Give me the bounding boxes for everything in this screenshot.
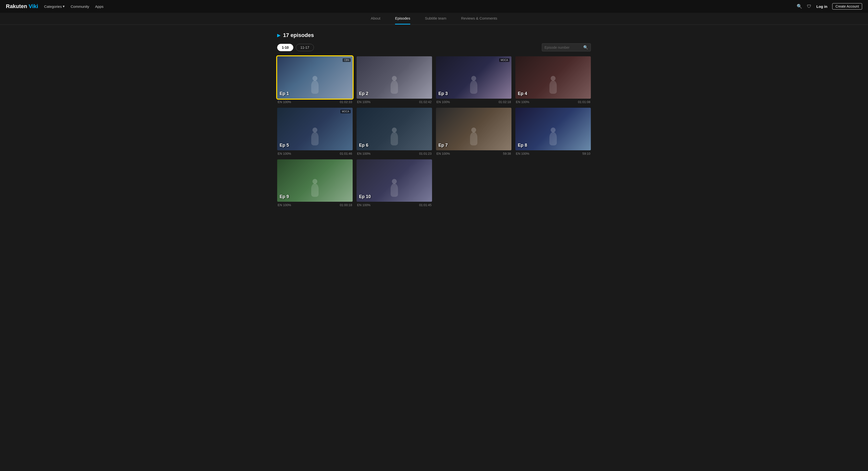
episode-meta-2: EN 100% 01:02:42	[356, 100, 432, 104]
nav-apps[interactable]: Apps	[95, 4, 103, 8]
episode-card-10[interactable]: Ep 10 EN 100% 01:01:45	[356, 159, 432, 207]
page-btn-1-10[interactable]: 1-10	[277, 44, 293, 51]
episode-card-5[interactable]: MOCA Ep 5 EN 100% 01:01:46	[277, 108, 353, 155]
logo-viki: Viki	[29, 3, 38, 9]
search-icon: 🔍	[583, 45, 588, 50]
ep-label-7: Ep 7	[438, 143, 448, 148]
episode-thumb-2[interactable]: Ep 2	[356, 56, 432, 99]
tab-about[interactable]: About	[371, 13, 380, 25]
duration-8: 59:10	[582, 152, 590, 156]
episode-meta-10: EN 100% 01:01:45	[356, 203, 432, 207]
subtitle-pct-2: EN 100%	[357, 100, 371, 104]
duration-9: 01:00:18	[340, 203, 352, 207]
episode-thumb-3[interactable]: MOCA Ep 3	[436, 56, 512, 99]
network-badge: MOCA	[499, 58, 509, 62]
ep-label-10: Ep 10	[359, 194, 371, 199]
nav-community[interactable]: Community	[70, 4, 89, 8]
episode-thumb-6[interactable]: Ep 6	[356, 108, 432, 150]
navbar-links: Categories ▾ Community Apps	[44, 4, 797, 8]
episode-meta-9: EN 100% 01:00:18	[277, 203, 353, 207]
network-badge: CBN	[343, 58, 351, 62]
duration-2: 01:02:42	[419, 100, 432, 104]
ep-label-4: Ep 4	[518, 91, 527, 96]
network-badge: MOCA	[340, 110, 351, 113]
subtitle-pct-3: EN 100%	[436, 100, 450, 104]
ep-label-5: Ep 5	[280, 143, 289, 148]
human-figure	[550, 80, 557, 94]
ep-label-3: Ep 3	[438, 91, 448, 96]
ep-label-1: Ep 1	[280, 91, 289, 96]
page-btn-11-17[interactable]: 11-17	[296, 44, 314, 51]
play-icon: ▶	[277, 33, 281, 38]
human-figure	[311, 132, 318, 145]
duration-6: 01:01:23	[419, 152, 432, 156]
human-figure	[391, 183, 398, 197]
subtitle-pct-6: EN 100%	[357, 152, 371, 156]
episode-thumb-4[interactable]: Ep 4	[515, 56, 591, 99]
tab-subtitle-team[interactable]: Subtitle team	[425, 13, 446, 25]
episode-thumb-9[interactable]: Ep 9	[277, 159, 353, 202]
episode-card-3[interactable]: MOCA Ep 3 EN 100% 01:02:18	[436, 56, 512, 104]
ep-label-9: Ep 9	[280, 194, 289, 199]
subtitle-pct-7: EN 100%	[436, 152, 450, 156]
human-figure	[311, 80, 318, 94]
human-figure	[391, 132, 398, 145]
human-figure	[391, 80, 398, 94]
episode-card-6[interactable]: Ep 6 EN 100% 01:01:23	[356, 108, 432, 155]
episode-meta-4: EN 100% 01:01:08	[515, 100, 591, 104]
controls-row: 1-10 11-17 🔍	[277, 43, 591, 52]
human-figure	[550, 132, 557, 145]
subtitle-pct-5: EN 100%	[278, 152, 291, 156]
logo[interactable]: Rakuten Viki	[6, 3, 38, 9]
episode-card-9[interactable]: Ep 9 EN 100% 01:00:18	[277, 159, 353, 207]
episode-thumb-8[interactable]: Ep 8	[515, 108, 591, 150]
episodes-header: ▶ 17 episodes	[277, 32, 591, 38]
human-figure	[470, 132, 477, 145]
shield-icon[interactable]: 🛡	[807, 4, 811, 9]
duration-10: 01:01:45	[419, 203, 432, 207]
nav-categories[interactable]: Categories ▾	[44, 4, 65, 8]
episode-thumb-10[interactable]: Ep 10	[356, 159, 432, 202]
create-account-button[interactable]: Create Account	[832, 3, 862, 9]
login-button[interactable]: Log in	[816, 4, 827, 8]
human-figure	[311, 183, 318, 197]
episodes-grid: CBN Ep 1 EN 100% 01:02:33 Ep 2 EN 100% 0…	[277, 56, 591, 207]
episode-thumb-5[interactable]: MOCA Ep 5	[277, 108, 353, 150]
duration-5: 01:01:46	[340, 152, 352, 156]
ep-label-6: Ep 6	[359, 143, 368, 148]
episode-card-4[interactable]: Ep 4 EN 100% 01:01:08	[515, 56, 591, 104]
search-icon[interactable]: 🔍	[797, 4, 802, 9]
ep-label-8: Ep 8	[518, 143, 527, 148]
episode-thumb-7[interactable]: Ep 7	[436, 108, 512, 150]
pagination-buttons: 1-10 11-17	[277, 44, 314, 51]
navbar: Rakuten Viki Categories ▾ Community Apps…	[0, 0, 868, 13]
subtitle-pct-1: EN 100%	[278, 100, 291, 104]
episode-card-7[interactable]: Ep 7 EN 100% 59:38	[436, 108, 512, 155]
episode-search-input[interactable]	[545, 45, 581, 49]
main-content: ▶ 17 episodes 1-10 11-17 🔍 CBN Ep 1 EN 1…	[262, 25, 606, 214]
episode-meta-5: EN 100% 01:01:46	[277, 152, 353, 156]
episode-card-1[interactable]: CBN Ep 1 EN 100% 01:02:33	[277, 56, 353, 104]
subtitle-pct-8: EN 100%	[516, 152, 529, 156]
subtitle-pct-4: EN 100%	[516, 100, 529, 104]
episode-meta-8: EN 100% 59:10	[515, 152, 591, 156]
episode-meta-1: EN 100% 01:02:33	[277, 100, 353, 104]
community-label: Community	[70, 4, 89, 8]
episode-meta-6: EN 100% 01:01:23	[356, 152, 432, 156]
episode-card-8[interactable]: Ep 8 EN 100% 59:10	[515, 108, 591, 155]
chevron-down-icon: ▾	[63, 4, 65, 8]
duration-7: 59:38	[503, 152, 511, 156]
ep-label-2: Ep 2	[359, 91, 368, 96]
tab-episodes[interactable]: Episodes	[395, 13, 410, 25]
tab-reviews[interactable]: Reviews & Comments	[461, 13, 497, 25]
episode-search-box[interactable]: 🔍	[542, 43, 591, 52]
episode-thumb-1[interactable]: CBN Ep 1	[277, 56, 353, 99]
apps-label: Apps	[95, 4, 103, 8]
subtitle-pct-9: EN 100%	[278, 203, 291, 207]
episode-meta-7: EN 100% 59:38	[436, 152, 512, 156]
subtitle-pct-10: EN 100%	[357, 203, 371, 207]
logo-rakuten: Rakuten	[6, 3, 27, 9]
episode-card-2[interactable]: Ep 2 EN 100% 01:02:42	[356, 56, 432, 104]
duration-3: 01:02:18	[498, 100, 511, 104]
duration-1: 01:02:33	[340, 100, 352, 104]
